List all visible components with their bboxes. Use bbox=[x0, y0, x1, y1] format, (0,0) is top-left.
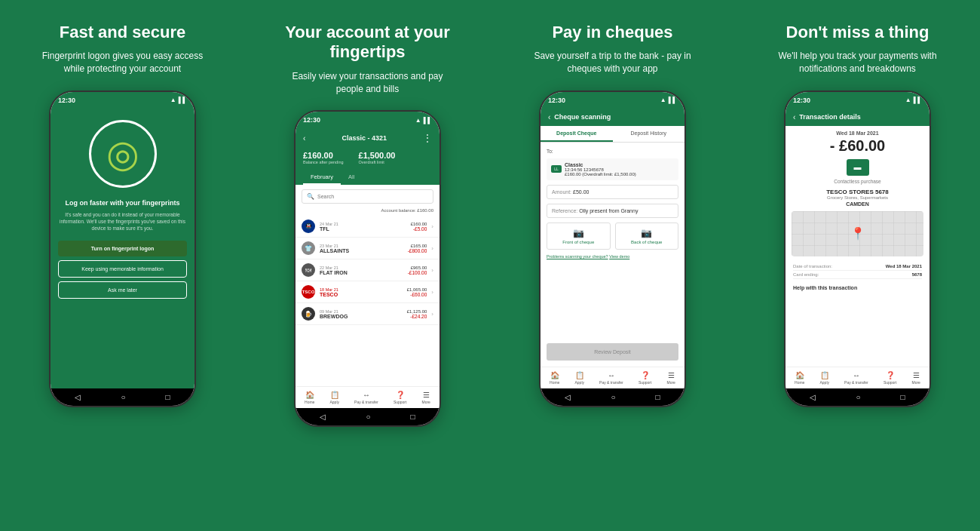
recents-button[interactable]: □ bbox=[165, 393, 170, 401]
nav-apply[interactable]: 📋Apply bbox=[329, 391, 339, 404]
tfl-icon: 🚇 bbox=[302, 219, 315, 233]
review-deposit-button[interactable]: Review Deposit bbox=[547, 343, 678, 361]
account-balance: £160.00 (Overdraft limit: £1,500.00) bbox=[565, 172, 636, 176]
wifi-icon: ▲ bbox=[415, 117, 421, 124]
table-row[interactable]: 👕 23 Mar 21 ALLSAINTS £165.00 -£800.00 › bbox=[296, 238, 439, 259]
signal-icon: ▌▌ bbox=[669, 97, 677, 103]
search-icon: 🔍 bbox=[307, 193, 314, 200]
nav-support[interactable]: ❓Support bbox=[394, 391, 407, 404]
reference-input[interactable]: Reference: Olly present from Granny bbox=[547, 204, 678, 218]
wifi-icon: ▲ bbox=[660, 97, 666, 103]
allsaints-icon: 👕 bbox=[302, 241, 315, 255]
back-arrow[interactable]: ‹ bbox=[793, 113, 795, 121]
allsaints-info: 23 Mar 21 ALLSAINTS bbox=[320, 244, 403, 253]
panel-notifications: Don't miss a thing We'll help you track … bbox=[735, 0, 980, 531]
fingerprint-container: ◎ bbox=[89, 120, 157, 188]
tab-deposit-cheque[interactable]: Deposit Cheque bbox=[541, 126, 613, 142]
balance-section: £160.00 Balance after pending £1,500.00 … bbox=[296, 148, 439, 170]
front-cheque-button[interactable]: 📷 Front of cheque bbox=[547, 223, 611, 250]
phone4-status-bar: 12:30 ▲ ▌▌ bbox=[786, 92, 929, 109]
nav-support[interactable]: ❓Support bbox=[884, 371, 897, 385]
table-row[interactable]: 🍺 09 Mar 21 BREWDOG £1,125.00 -£24.20 › bbox=[296, 303, 439, 325]
merchant-location: CAMDEN bbox=[786, 200, 929, 208]
account-logo: LL bbox=[551, 165, 562, 173]
transaction-details-list: Date of transaction: Wed 18 Mar 2021 Car… bbox=[786, 259, 929, 282]
memorable-info-button[interactable]: Keep using memorable information bbox=[58, 260, 187, 278]
back-arrow[interactable]: ‹ bbox=[303, 134, 305, 143]
fingerprint-logon-button[interactable]: Turn on fingerprint logon bbox=[58, 241, 187, 256]
table-row[interactable]: 🍽 22 Mar 21 FLAT IRON £965.00 -£100.00 › bbox=[296, 259, 439, 281]
detail-row-card: Card ending: 5678 bbox=[793, 271, 922, 279]
home-button[interactable]: ○ bbox=[121, 393, 125, 401]
tab-all[interactable]: All bbox=[341, 170, 362, 185]
phone4-header: ‹ Transaction details bbox=[786, 109, 929, 126]
chevron-icon: › bbox=[431, 289, 433, 296]
problems-text: Problems scanning your cheque? View demo bbox=[547, 254, 678, 259]
card-value: 5678 bbox=[912, 272, 922, 277]
card-label: Card ending: bbox=[793, 272, 819, 277]
wifi-icon: ▲ bbox=[170, 97, 176, 103]
map-marker-icon: 📍 bbox=[850, 226, 865, 241]
home-button[interactable]: ○ bbox=[611, 393, 615, 401]
nav-pay[interactable]: ↔Pay & transfer bbox=[354, 391, 378, 404]
nav-home[interactable]: 🏠Home bbox=[795, 371, 804, 385]
nav-pay[interactable]: ↔Pay & transfer bbox=[599, 371, 623, 385]
tesco-info: 18 Mar 21 TESCO bbox=[320, 287, 403, 297]
search-input[interactable] bbox=[317, 194, 428, 199]
menu-icon[interactable]: ⋮ bbox=[423, 133, 432, 143]
overdraft-amount: £1,500.00 bbox=[359, 151, 396, 160]
brewdog-info: 09 Mar 21 BREWDOG bbox=[320, 309, 403, 319]
panel1-title: Fast and secure bbox=[60, 23, 186, 42]
nav-apply[interactable]: 📋Apply bbox=[819, 371, 829, 385]
nav-support[interactable]: ❓Support bbox=[639, 371, 652, 385]
recents-button[interactable]: □ bbox=[655, 393, 660, 401]
back-button[interactable]: ◁ bbox=[320, 413, 326, 421]
back-button[interactable]: ◁ bbox=[810, 393, 816, 401]
ask-later-button[interactable]: Ask me later bbox=[58, 281, 187, 299]
phone2-android-bar: ◁ ○ □ bbox=[296, 408, 439, 425]
recents-button[interactable]: □ bbox=[900, 393, 905, 401]
reference-value: Olly present from Granny bbox=[579, 208, 638, 213]
front-label: Front of cheque bbox=[562, 240, 594, 244]
view-demo-link[interactable]: View demo bbox=[609, 254, 629, 259]
flatiron-info: 22 Mar 21 FLAT IRON bbox=[320, 266, 403, 275]
nav-home[interactable]: 🏠Home bbox=[550, 371, 559, 385]
amount-input[interactable]: Amount: £50.00 bbox=[547, 185, 678, 199]
tab-february[interactable]: February bbox=[303, 170, 341, 185]
tab-deposit-history[interactable]: Deposit History bbox=[613, 126, 685, 142]
table-row[interactable]: TSCO 18 Mar 21 TESCO £1,065.00 -£60.00 › bbox=[296, 281, 439, 303]
phone4-bottom-nav: 🏠Home 📋Apply ↔Pay & transfer ❓Support ☰M… bbox=[786, 367, 929, 388]
phone1: 12:30 ▲ ▌▌ ◎ Log on faster with your fin… bbox=[49, 91, 196, 407]
detail-row-date: Date of transaction: Wed 18 Mar 2021 bbox=[793, 262, 922, 271]
table-row[interactable]: 🚇 24 Mar 21 TFL £160.00 -£5.00 › bbox=[296, 216, 439, 238]
phone4-body: Wed 18 Mar 2021 - £60.00 ▬ Contactless p… bbox=[786, 126, 929, 367]
back-button[interactable]: ◁ bbox=[75, 393, 81, 401]
home-button[interactable]: ○ bbox=[856, 393, 860, 401]
transaction-amount: - £60.00 bbox=[786, 137, 929, 159]
back-arrow[interactable]: ‹ bbox=[548, 113, 550, 121]
amount-value: £50.00 bbox=[573, 189, 589, 195]
nav-more[interactable]: ☰More bbox=[911, 371, 920, 385]
brewdog-amount: £1,125.00 -£24.20 bbox=[407, 309, 427, 319]
phone3: 12:30 ▲ ▌▌ ‹ Cheque scanning Deposit Che… bbox=[539, 91, 686, 407]
back-button[interactable]: ◁ bbox=[565, 393, 571, 401]
nav-pay[interactable]: ↔Pay & transfer bbox=[844, 371, 868, 385]
account-name: Classic bbox=[565, 162, 636, 167]
transactions-section: 🔍 Account balance: £160.00 🚇 24 Mar 21 T… bbox=[296, 185, 439, 386]
help-section[interactable]: Help with this transaction bbox=[786, 282, 929, 293]
home-button[interactable]: ○ bbox=[366, 413, 370, 421]
cheque-tabs: Deposit Cheque Deposit History bbox=[541, 126, 684, 143]
nav-apply[interactable]: 📋Apply bbox=[574, 371, 584, 385]
merchant-name: TESCO STORES 5678 bbox=[786, 189, 929, 195]
phone1-status-bar: 12:30 ▲ ▌▌ bbox=[51, 92, 194, 109]
overdraft-label: Overdraft limit bbox=[359, 160, 396, 164]
panel-cheque: Pay in cheques Save yourself a trip to t… bbox=[490, 0, 735, 531]
nav-home[interactable]: 🏠Home bbox=[305, 391, 314, 404]
transaction-date: Wed 18 Mar 2021 bbox=[786, 126, 929, 137]
account-balance-line: Account balance: £160.00 bbox=[296, 208, 439, 216]
nav-more[interactable]: ☰More bbox=[666, 371, 675, 385]
recents-button[interactable]: □ bbox=[410, 413, 415, 421]
nav-more[interactable]: ☰More bbox=[421, 391, 430, 404]
back-cheque-button[interactable]: 📷 Back of cheque bbox=[615, 223, 679, 250]
phone1-android-bar: ◁ ○ □ bbox=[51, 388, 194, 406]
